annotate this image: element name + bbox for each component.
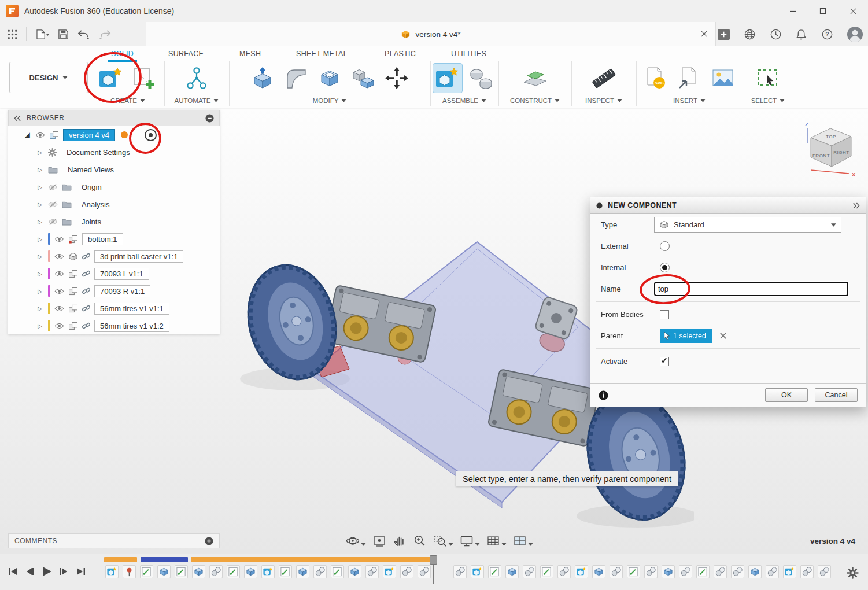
joint-feature[interactable] [313, 565, 327, 578]
browser-item[interactable]: ▷70093 L v1:1 [8, 265, 220, 282]
browser-item[interactable]: ▷Joints [8, 213, 220, 230]
activate-component-radio[interactable] [145, 129, 157, 141]
extrude-feature[interactable] [192, 565, 205, 578]
viewports-button[interactable] [513, 534, 533, 547]
browser-item-label[interactable]: Document Settings [61, 146, 136, 158]
extrude-feature[interactable] [505, 565, 519, 578]
automate-group-menu[interactable]: AUTOMATE [175, 95, 219, 106]
joint-tool-button[interactable] [467, 64, 496, 93]
move-tool-button[interactable] [382, 64, 411, 93]
expand-arrow-icon[interactable]: ▷ [36, 167, 44, 173]
combine-tool-button[interactable] [349, 64, 378, 93]
eye-icon[interactable] [54, 236, 64, 242]
clear-selection-icon[interactable] [719, 332, 727, 340]
construct-group-menu[interactable]: CONSTRUCT [510, 95, 560, 106]
browser-item-label[interactable]: 3d print ball caster v1:1 [94, 250, 183, 263]
double-chevron-right-icon[interactable] [852, 202, 860, 209]
new-component-tool-button[interactable] [433, 64, 462, 93]
joint-feature[interactable] [610, 565, 623, 578]
minimize-panel-icon[interactable] [205, 114, 214, 123]
browser-item-label[interactable]: Analysis [76, 198, 115, 211]
inspect-group-menu[interactable]: INSPECT [585, 95, 622, 106]
notifications-icon[interactable] [795, 28, 807, 40]
view-cube[interactable]: Z TOP FRONT RIGHT X [803, 119, 860, 178]
save-icon[interactable] [58, 29, 69, 40]
extrude-feature[interactable] [244, 565, 257, 578]
timeline-group-range[interactable] [104, 557, 137, 562]
internal-radio[interactable] [660, 263, 670, 272]
expand-arrow-icon[interactable]: ▷ [36, 184, 44, 190]
add-comment-icon[interactable] [205, 537, 213, 545]
eye-icon[interactable] [54, 253, 64, 260]
component-feature[interactable] [383, 565, 396, 578]
info-icon[interactable] [599, 390, 608, 400]
browser-item-label[interactable]: 70093 L v1:1 [94, 268, 149, 280]
sketch-feature[interactable] [175, 565, 188, 578]
joint-feature[interactable] [766, 565, 779, 578]
close-tab-icon[interactable] [701, 31, 707, 37]
type-dropdown[interactable]: Standard [654, 217, 841, 233]
sketch-feature[interactable] [540, 565, 553, 578]
document-tab[interactable]: version 4 v4* [146, 22, 716, 46]
browser-item[interactable]: ▷Document Settings [8, 143, 220, 161]
select-tool-button[interactable] [754, 64, 782, 93]
web-icon[interactable] [744, 28, 756, 40]
browser-item[interactable]: ▷56mm tires v1 v1:2 [8, 317, 220, 334]
browser-item[interactable]: ◢version 4 v4 [8, 126, 220, 143]
sketch-feature[interactable] [331, 565, 344, 578]
name-input[interactable] [654, 282, 848, 296]
joint-feature[interactable] [365, 565, 379, 578]
undo-icon[interactable] [77, 30, 90, 39]
joint-feature[interactable] [209, 565, 223, 578]
joint-feature[interactable] [453, 565, 467, 578]
expand-arrow-icon[interactable]: ▷ [36, 271, 44, 277]
joint-feature[interactable] [557, 565, 571, 578]
tab-plastic[interactable]: PLASTIC [381, 48, 419, 60]
extrude-feature[interactable] [662, 565, 675, 578]
timeline-scrubber-handle[interactable] [430, 555, 437, 565]
skip-start-button[interactable] [7, 566, 19, 577]
joint-feature[interactable] [400, 565, 413, 578]
expand-arrow-icon[interactable]: ▷ [36, 201, 44, 208]
grid-button[interactable] [486, 534, 507, 547]
joint-feature[interactable] [418, 565, 431, 578]
eye-icon[interactable] [54, 323, 64, 329]
zoom-button[interactable] [413, 534, 427, 547]
timeline-settings-icon[interactable] [847, 567, 859, 579]
browser-item-label[interactable]: 56mm tires v1 v1:1 [94, 303, 169, 315]
sketch-feature[interactable] [627, 565, 640, 578]
browser-item-label[interactable]: 70093 R v1:1 [94, 285, 150, 297]
sketch-feature[interactable] [227, 565, 240, 578]
browser-item-label[interactable]: Named Views [62, 164, 120, 176]
joint-feature[interactable] [818, 565, 831, 578]
tab-solid[interactable]: SOLID [108, 48, 137, 62]
assemble-group-menu[interactable]: ASSEMBLE [442, 95, 486, 106]
cancel-button[interactable]: Cancel [815, 388, 858, 402]
joint-feature[interactable] [679, 565, 692, 578]
insert-derive-tool-button[interactable] [675, 64, 704, 93]
select-group-menu[interactable]: SELECT [751, 95, 785, 106]
extrude-feature[interactable] [348, 565, 361, 578]
tab-surface[interactable]: SURFACE [165, 48, 207, 60]
extrude-feature[interactable] [592, 565, 605, 578]
automate-tool-button[interactable] [182, 64, 211, 93]
browser-item[interactable]: ▷Analysis [8, 196, 220, 213]
extrude-feature[interactable] [157, 565, 171, 578]
dialog-header[interactable]: NEW COMPONENT [590, 197, 866, 214]
fit-button[interactable] [433, 534, 453, 547]
recent-icon[interactable] [770, 28, 782, 40]
browser-item-label[interactable]: Joints [76, 216, 107, 228]
expand-arrow-icon[interactable]: ▷ [36, 253, 44, 260]
sketch-feature[interactable] [279, 565, 292, 578]
press-pull-tool-button[interactable] [248, 64, 277, 93]
timeline-group-range[interactable] [191, 557, 433, 562]
app-grid-icon[interactable] [7, 29, 18, 40]
skip-end-button[interactable] [75, 566, 87, 577]
help-icon[interactable]: ? [821, 28, 833, 40]
eye-icon[interactable] [35, 132, 45, 138]
sketch-feature[interactable] [488, 565, 501, 578]
eye-icon[interactable] [54, 271, 64, 277]
timeline-group-range[interactable] [141, 557, 188, 562]
step-back-button[interactable] [24, 566, 35, 577]
activate-checkbox[interactable] [660, 357, 669, 366]
